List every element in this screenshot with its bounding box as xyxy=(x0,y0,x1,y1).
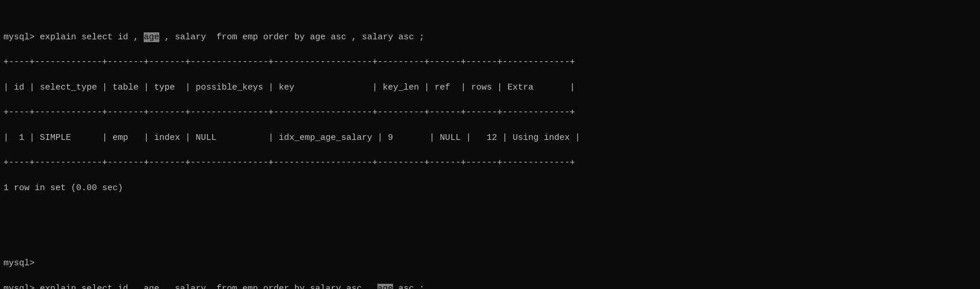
line-border-3: +----+-------------+-------+-------+----… xyxy=(3,157,977,169)
line-border-2: +----+-------------+-------+-------+----… xyxy=(3,106,977,119)
prompt-1: mysql> explain select id , age , salary … xyxy=(3,32,424,42)
line-prompt-3: mysql> explain select id , age , salary … xyxy=(3,283,977,290)
line-blank-2 xyxy=(3,232,977,245)
line-1: mysql> explain select id , age , salary … xyxy=(3,31,977,44)
line-result-1: 1 row in set (0.00 sec) xyxy=(3,182,977,195)
cursor-highlight-age: age xyxy=(144,32,159,42)
line-prompt-2: mysql> xyxy=(3,257,977,270)
line-blank-1 xyxy=(3,207,977,220)
line-data-1: | 1 | SIMPLE | emp | index | NULL | idx_… xyxy=(3,132,977,144)
terminal-window: mysql> explain select id , age , salary … xyxy=(0,3,980,289)
line-header-1: | id | select_type | table | type | poss… xyxy=(3,81,977,94)
line-border-1: +----+-------------+-------+-------+----… xyxy=(3,56,977,69)
highlighted-age: age xyxy=(377,284,393,290)
